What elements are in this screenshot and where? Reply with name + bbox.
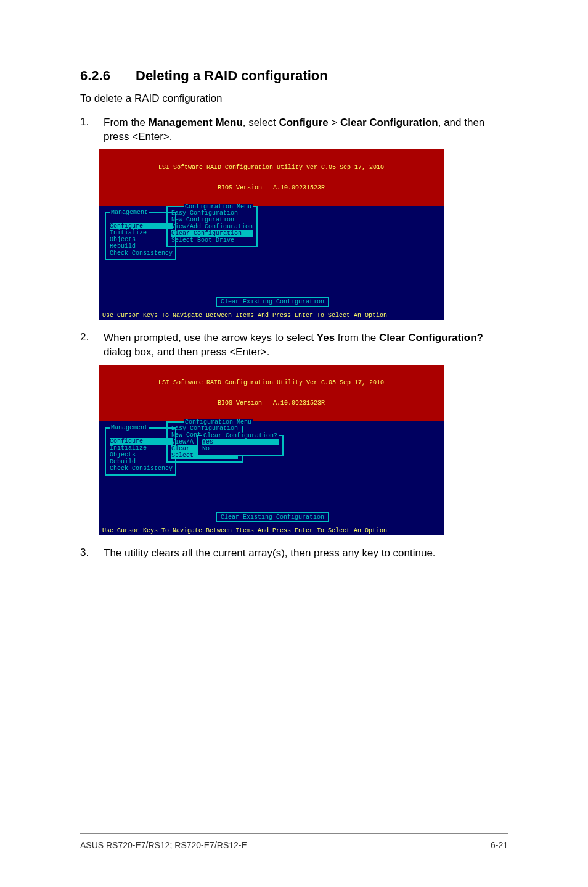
section-number: 6.2.6 xyxy=(80,68,136,84)
step-number: 2. xyxy=(80,331,104,360)
mgmt-item-configure[interactable]: Configure xyxy=(110,438,173,445)
footer-left: ASUS RS720-E7/RS12; RS720-E7/RS12-E xyxy=(80,840,247,850)
bios-body: Configuration Menu Easy Configuration Ne… xyxy=(99,206,444,311)
step-number: 1. xyxy=(80,116,104,144)
management-menu-box: Configure Initialize Objects Rebuild Che… xyxy=(105,212,176,260)
mgmt-item-objects[interactable]: Objects xyxy=(110,236,173,243)
step-1: 1. From the Management Menu, select Conf… xyxy=(80,116,508,144)
step-number: 3. xyxy=(80,547,104,561)
cfg-item-easy[interactable]: Easy Configuration xyxy=(171,210,253,217)
cfg-item-viewadd[interactable]: View/Add Configuration xyxy=(171,223,253,230)
mgmt-item-check[interactable]: Check Consistency xyxy=(110,465,173,472)
management-menu-box: Configure Initialize Objects Rebuild Che… xyxy=(105,427,176,476)
page-footer: ASUS RS720-E7/RS12; RS720-E7/RS12-E 6-21 xyxy=(80,833,508,850)
section-title-text: Deleting a RAID configuration xyxy=(136,68,328,83)
mgmt-item-configure[interactable]: Configure xyxy=(110,223,173,229)
bios-screenshot-2: LSI Software RAID Configuration Utility … xyxy=(99,365,444,535)
bios-footer: Use Cursor Keys To Navigate Between Item… xyxy=(99,311,444,320)
status-box: Clear Existing Configuration xyxy=(216,512,329,522)
section-heading: 6.2.6Deleting a RAID configuration xyxy=(80,68,508,84)
step-body: The utility clears all the current array… xyxy=(104,547,508,561)
status-text: Clear Existing Configuration xyxy=(221,299,324,305)
mgmt-item-objects[interactable]: Objects xyxy=(110,452,173,458)
bios-screenshot-1: LSI Software RAID Configuration Utility … xyxy=(99,149,444,320)
bios-footer: Use Cursor Keys To Navigate Between Item… xyxy=(99,526,444,535)
cfg-item-clear[interactable]: Clear Configuration xyxy=(171,230,253,237)
cfg-item-boot[interactable]: Select Boot Drive xyxy=(171,237,253,244)
management-menu-label: Management xyxy=(110,424,149,431)
configuration-menu-label: Configuration Menu xyxy=(184,419,253,426)
step-body: When prompted, use the arrow keys to sel… xyxy=(104,331,508,360)
status-box: Clear Existing Configuration xyxy=(216,297,329,307)
mgmt-item-check[interactable]: Check Consistency xyxy=(110,250,173,257)
mgmt-item-initialize[interactable]: Initialize xyxy=(110,229,173,236)
bios-body: Configuration Menu Easy Configuration Ne… xyxy=(99,421,444,526)
mgmt-item-initialize[interactable]: Initialize xyxy=(110,445,173,452)
dialog-label: Clear Configuration? xyxy=(202,432,279,439)
intro-text: To delete a RAID configuration xyxy=(80,93,508,105)
mgmt-item-rebuild[interactable]: Rebuild xyxy=(110,243,173,250)
status-text: Clear Existing Configuration xyxy=(221,514,324,521)
step-body: From the Management Menu, select Configu… xyxy=(104,116,508,144)
footer-right: 6-21 xyxy=(491,840,508,850)
dialog-yes[interactable]: Yes xyxy=(202,439,279,445)
cfg-item-easy[interactable]: Easy Configuration xyxy=(171,425,238,432)
management-menu-label: Management xyxy=(110,209,149,216)
bios-title-line2: BIOS Version A.10.09231523R xyxy=(102,400,440,406)
bios-title-line1: LSI Software RAID Configuration Utility … xyxy=(102,164,440,171)
mgmt-item-rebuild[interactable]: Rebuild xyxy=(110,458,173,465)
bios-title-bar: LSI Software RAID Configuration Utility … xyxy=(99,149,444,206)
configuration-menu-box: Configuration Menu Easy Configuration Ne… xyxy=(166,206,258,247)
bios-title-line1: LSI Software RAID Configuration Utility … xyxy=(102,379,440,386)
cfg-item-new[interactable]: New Configuration xyxy=(171,217,253,223)
step-3: 3. The utility clears all the current ar… xyxy=(80,547,508,561)
bios-title-line2: BIOS Version A.10.09231523R xyxy=(102,184,440,191)
configuration-menu-label: Configuration Menu xyxy=(184,204,253,210)
step-2: 2. When prompted, use the arrow keys to … xyxy=(80,331,508,360)
dialog-no[interactable]: No xyxy=(202,445,279,452)
clear-configuration-dialog: Clear Configuration? Yes No xyxy=(197,435,284,456)
bios-title-bar: LSI Software RAID Configuration Utility … xyxy=(99,365,444,421)
